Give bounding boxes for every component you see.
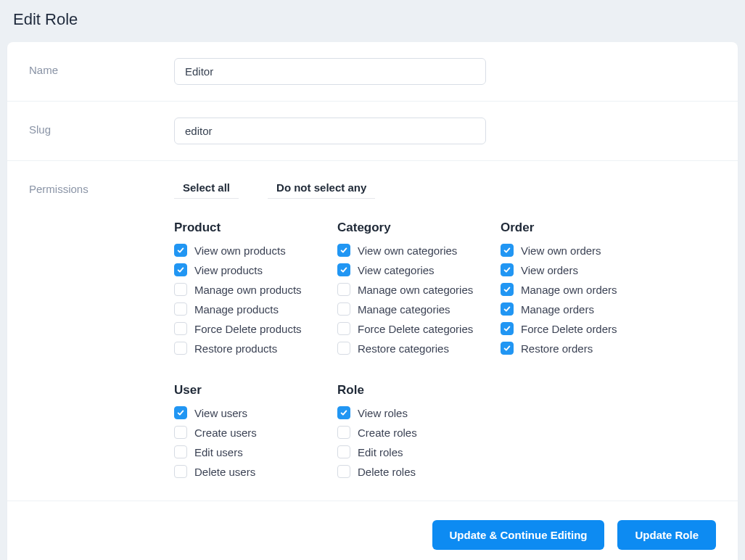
permissions-toolbar: Select all Do not select any bbox=[174, 177, 716, 199]
checkbox[interactable] bbox=[337, 342, 350, 355]
checkbox[interactable] bbox=[337, 283, 350, 296]
checkbox[interactable] bbox=[337, 445, 350, 458]
permission-label: Manage own orders bbox=[521, 284, 617, 296]
permission-group: ProductView own productsView productsMan… bbox=[174, 221, 316, 361]
checkbox[interactable] bbox=[501, 302, 514, 316]
slug-input[interactable] bbox=[174, 118, 486, 144]
select-all-button[interactable]: Select all bbox=[174, 177, 239, 199]
checkbox[interactable] bbox=[501, 283, 514, 296]
permission-item[interactable]: Edit users bbox=[174, 445, 316, 458]
checkbox[interactable] bbox=[174, 406, 187, 419]
checkbox[interactable] bbox=[337, 426, 350, 439]
checkbox[interactable] bbox=[174, 283, 187, 296]
permission-label: View own orders bbox=[521, 244, 601, 257]
permission-group: OrderView own ordersView ordersManage ow… bbox=[501, 221, 642, 361]
permission-label: Create roles bbox=[358, 427, 417, 439]
permission-label: View users bbox=[194, 407, 247, 419]
permission-item[interactable]: Restore products bbox=[174, 342, 316, 355]
permission-item[interactable]: View own orders bbox=[501, 244, 642, 257]
permission-groups: ProductView own productsView productsMan… bbox=[174, 221, 716, 485]
permission-label: Manage products bbox=[194, 303, 279, 316]
checkbox[interactable] bbox=[174, 465, 187, 478]
permission-item[interactable]: Manage own products bbox=[174, 283, 316, 296]
checkbox[interactable] bbox=[174, 322, 187, 335]
permission-group-title: User bbox=[174, 383, 316, 398]
permission-item[interactable]: Create users bbox=[174, 426, 316, 439]
permission-group: RoleView rolesCreate rolesEdit rolesDele… bbox=[337, 383, 479, 485]
permissions-row: Permissions Select all Do not select any… bbox=[7, 161, 738, 501]
permission-item[interactable]: Restore categories bbox=[337, 342, 479, 355]
permission-group: UserView usersCreate usersEdit usersDele… bbox=[174, 383, 316, 485]
permission-group-title: Role bbox=[337, 383, 479, 398]
permission-group-title: Category bbox=[337, 221, 479, 235]
permissions-label: Permissions bbox=[29, 177, 174, 485]
permission-label: Delete users bbox=[194, 466, 255, 478]
permission-item[interactable]: Manage own categories bbox=[337, 283, 479, 296]
checkbox[interactable] bbox=[174, 342, 187, 355]
checkbox[interactable] bbox=[501, 244, 514, 257]
permission-item[interactable]: Delete users bbox=[174, 465, 316, 478]
form-card: Name Slug Permissions Select all Do not … bbox=[7, 42, 738, 560]
update-continue-button[interactable]: Update & Continue Editing bbox=[432, 520, 605, 550]
permission-label: Edit roles bbox=[358, 446, 403, 458]
permission-label: View own products bbox=[194, 244, 286, 257]
actions-bar: Update & Continue Editing Update Role bbox=[7, 501, 738, 560]
permission-item[interactable]: View products bbox=[174, 263, 316, 276]
permission-group-title: Order bbox=[501, 221, 642, 235]
permission-item[interactable]: Create roles bbox=[337, 426, 479, 439]
checkbox[interactable] bbox=[174, 426, 187, 439]
permission-label: View products bbox=[194, 264, 263, 276]
checkbox[interactable] bbox=[337, 263, 350, 276]
permission-item[interactable]: View users bbox=[174, 406, 316, 419]
permission-group: CategoryView own categoriesView categori… bbox=[337, 221, 479, 361]
permission-item[interactable]: Manage products bbox=[174, 302, 316, 316]
name-row: Name bbox=[7, 42, 738, 102]
permission-item[interactable]: View own categories bbox=[337, 244, 479, 257]
permission-item[interactable]: Manage orders bbox=[501, 302, 642, 316]
permission-label: Edit users bbox=[194, 446, 243, 458]
checkbox[interactable] bbox=[174, 445, 187, 458]
checkbox[interactable] bbox=[337, 465, 350, 478]
permission-item[interactable]: Edit roles bbox=[337, 445, 479, 458]
permission-label: Delete roles bbox=[358, 466, 416, 478]
permission-label: View orders bbox=[521, 264, 578, 276]
permission-item[interactable]: Delete roles bbox=[337, 465, 479, 478]
permission-item[interactable]: Force Delete orders bbox=[501, 322, 642, 335]
checkbox[interactable] bbox=[501, 263, 514, 276]
checkbox[interactable] bbox=[174, 244, 187, 257]
permission-item[interactable]: Force Delete products bbox=[174, 322, 316, 335]
checkbox[interactable] bbox=[501, 322, 514, 335]
checkbox[interactable] bbox=[337, 406, 350, 419]
deselect-all-button[interactable]: Do not select any bbox=[268, 177, 375, 199]
permission-label: Manage own products bbox=[194, 284, 302, 296]
permission-label: Force Delete products bbox=[194, 323, 302, 335]
name-input[interactable] bbox=[174, 58, 486, 85]
permission-label: View roles bbox=[358, 407, 408, 419]
checkbox[interactable] bbox=[337, 302, 350, 316]
permission-label: Restore categories bbox=[358, 342, 449, 355]
permission-item[interactable]: View own products bbox=[174, 244, 316, 257]
permission-item[interactable]: Manage categories bbox=[337, 302, 479, 316]
slug-row: Slug bbox=[7, 102, 738, 161]
permission-item[interactable]: View roles bbox=[337, 406, 479, 419]
permission-item[interactable]: View orders bbox=[501, 263, 642, 276]
update-role-button[interactable]: Update Role bbox=[617, 520, 716, 550]
permission-label: Manage orders bbox=[521, 303, 594, 316]
permission-label: View own categories bbox=[358, 244, 457, 257]
slug-label: Slug bbox=[29, 118, 174, 144]
checkbox[interactable] bbox=[174, 302, 187, 316]
permission-item[interactable]: Force Delete categories bbox=[337, 322, 479, 335]
permission-label: Restore orders bbox=[521, 342, 593, 355]
permission-item[interactable]: View categories bbox=[337, 263, 479, 276]
permission-item[interactable]: Restore orders bbox=[501, 342, 642, 355]
checkbox[interactable] bbox=[174, 263, 187, 276]
checkbox[interactable] bbox=[501, 342, 514, 355]
permission-label: Manage own categories bbox=[358, 284, 473, 296]
permission-item[interactable]: Manage own orders bbox=[501, 283, 642, 296]
permission-group-title: Product bbox=[174, 221, 316, 235]
checkbox[interactable] bbox=[337, 322, 350, 335]
checkbox[interactable] bbox=[337, 244, 350, 257]
permission-label: Manage categories bbox=[358, 303, 450, 316]
permission-label: Restore products bbox=[194, 342, 277, 355]
permission-label: Force Delete orders bbox=[521, 323, 617, 335]
